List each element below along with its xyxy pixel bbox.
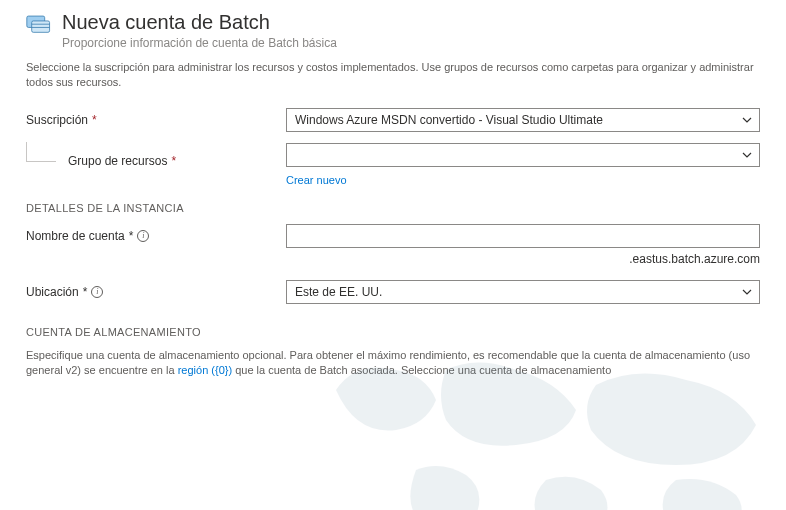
account-domain-suffix: .eastus.batch.azure.com [26,252,760,266]
page-title: Nueva cuenta de Batch [62,10,337,34]
chevron-down-icon [741,286,753,298]
info-icon[interactable]: i [137,230,149,242]
required-indicator: * [171,154,176,168]
required-indicator: * [92,113,97,127]
storage-description-2: que la cuenta de Batch asociada. Selecci… [232,364,611,376]
intro-text: Seleccione la suscripción para administr… [26,60,760,90]
required-indicator: * [83,285,88,299]
subscription-value: Windows Azure MSDN convertido - Visual S… [295,113,603,127]
resource-group-select[interactable] [286,143,760,167]
info-icon[interactable]: i [91,286,103,298]
resource-group-label: Grupo de recursos [68,154,167,168]
chevron-down-icon [741,114,753,126]
storage-heading: CUENTA DE ALMACENAMIENTO [26,326,760,338]
storage-region-link[interactable]: región ({0}) [178,363,232,378]
account-name-label: Nombre de cuenta [26,229,125,243]
location-select[interactable]: Este de EE. UU. [286,280,760,304]
subscription-select[interactable]: Windows Azure MSDN convertido - Visual S… [286,108,760,132]
instance-details-heading: DETALLES DE LA INSTANCIA [26,202,760,214]
location-label: Ubicación [26,285,79,299]
page-subtitle: Proporcione información de cuenta de Bat… [62,36,337,50]
location-value: Este de EE. UU. [295,285,382,299]
account-name-input[interactable] [286,224,760,248]
svg-rect-1 [32,21,50,32]
required-indicator: * [129,229,134,243]
tree-connector [26,142,56,162]
chevron-down-icon [741,149,753,161]
batch-account-icon [26,12,52,38]
subscription-label: Suscripción [26,113,88,127]
create-new-link[interactable]: Crear nuevo [286,174,347,186]
